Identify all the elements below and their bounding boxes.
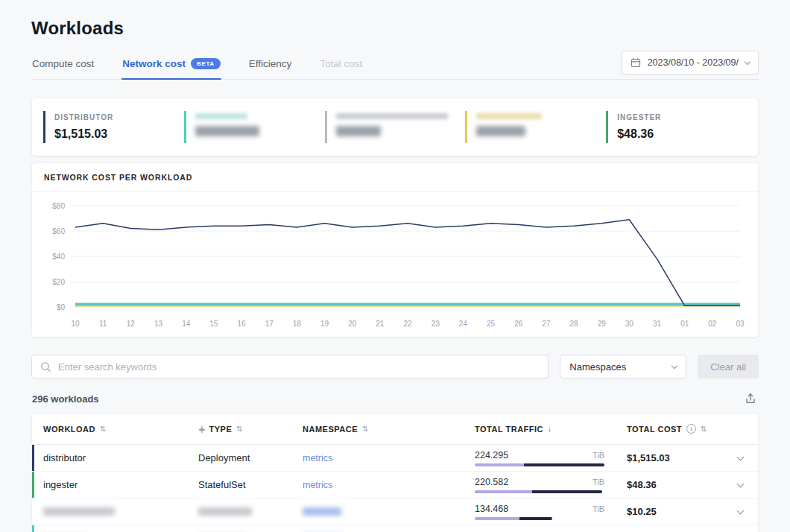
traffic-bar — [475, 517, 552, 520]
traffic-bar — [475, 490, 602, 493]
namespaces-select[interactable]: Namespaces — [560, 355, 686, 379]
namespaces-select-label: Namespaces — [569, 361, 626, 373]
row-expand-cell — [736, 457, 758, 460]
svg-text:28: 28 — [569, 320, 578, 328]
namespace-link[interactable]: metrics — [303, 453, 332, 463]
date-range-picker[interactable]: 2023/08/10 - 2023/09/ — [622, 51, 759, 75]
clear-all-button[interactable]: Clear all — [698, 355, 759, 379]
table-body: distributorDeploymentmetrics224.295TiB$1… — [32, 445, 758, 532]
column-header-workload[interactable]: WORKLOAD⇅ — [32, 425, 198, 434]
chevron-down-icon[interactable] — [737, 453, 745, 460]
svg-text:25: 25 — [487, 320, 496, 328]
redacted-stat-value — [336, 126, 381, 136]
svg-text:$20: $20 — [52, 278, 65, 286]
column-label: TOTAL TRAFFIC — [475, 425, 543, 434]
redacted-type — [198, 507, 252, 516]
svg-text:22: 22 — [403, 320, 412, 328]
redacted-stat-label — [336, 113, 448, 119]
workloads-table: WORKLOAD⇅◂|▸TYPE⇅NAMESPACE⇅TOTAL TRAFFIC… — [31, 413, 759, 532]
tab-bar: Compute costNetwork costBETAEfficiencyTo… — [31, 51, 363, 79]
cost-cell: $48.36 — [627, 479, 736, 490]
export-button[interactable] — [743, 391, 758, 406]
svg-text:18: 18 — [293, 320, 302, 328]
sort-icon[interactable]: ⇅ — [362, 425, 369, 433]
workload-name: ingester — [43, 479, 78, 490]
column-header-total-cost[interactable]: TOTAL COSTi⇅ — [627, 424, 736, 434]
svg-text:$60: $60 — [52, 227, 65, 235]
traffic-bar-transmitted — [532, 490, 602, 493]
column-header-namespace[interactable]: NAMESPACE⇅ — [303, 425, 475, 434]
sort-icon[interactable]: ⇅ — [701, 425, 707, 433]
column-header-total-traffic[interactable]: TOTAL TRAFFIC↓ — [475, 425, 627, 434]
traffic-unit: TiB — [592, 478, 604, 487]
tabs-row: Compute costNetwork costBETAEfficiencyTo… — [31, 51, 759, 80]
svg-text:$80: $80 — [52, 202, 65, 210]
type-cell — [198, 507, 303, 516]
chevron-down-icon[interactable] — [737, 480, 745, 487]
table-row[interactable]: ingesterStatefulSetmetrics220.582TiB$48.… — [32, 472, 758, 498]
redacted-stat-label — [476, 113, 542, 119]
workload-name: distributor — [43, 452, 86, 463]
sort-icon[interactable]: ⇅ — [236, 425, 243, 433]
tab-compute-cost[interactable]: Compute cost — [31, 51, 95, 79]
traffic-bar-received — [475, 490, 532, 493]
sort-icon[interactable]: ↓ — [548, 425, 552, 433]
redacted-stat-value — [195, 126, 259, 136]
svg-text:10: 10 — [71, 320, 80, 328]
column-header-type[interactable]: ◂|▸TYPE⇅ — [198, 425, 303, 434]
stat-label: INGESTER — [617, 113, 741, 121]
svg-text:26: 26 — [514, 320, 523, 328]
chart-title: NETWORK COST PER WORKLOAD — [44, 173, 746, 182]
traffic-value: 224.295 — [475, 450, 508, 460]
namespace-link[interactable]: metrics — [303, 480, 332, 490]
cost-cell: $10.25 — [627, 506, 736, 517]
table-row[interactable]: 80.716TiB$104.07 — [32, 525, 758, 532]
tab-network-cost[interactable]: Network costBETA — [121, 51, 221, 79]
svg-text:27: 27 — [542, 320, 551, 328]
row-expand-cell — [736, 484, 758, 487]
svg-text:21: 21 — [376, 320, 385, 328]
namespace-cell: metrics — [303, 479, 475, 490]
traffic-cell: 134.468TiB — [475, 504, 627, 520]
svg-text:29: 29 — [598, 320, 607, 328]
svg-text:$40: $40 — [52, 253, 65, 261]
type-cell: StatefulSet — [198, 479, 303, 490]
svg-text:14: 14 — [182, 320, 191, 328]
search-input[interactable] — [58, 361, 540, 373]
svg-text:03: 03 — [736, 320, 745, 328]
svg-text:01: 01 — [680, 320, 689, 328]
stat-value: $48.36 — [617, 127, 741, 141]
date-range-value: 2023/08/10 - 2023/09/ — [648, 57, 739, 68]
column-label: TOTAL COST — [627, 425, 682, 434]
chart-area: $0$20$40$60$8010111213141516171819202122… — [32, 192, 758, 337]
svg-text:$0: $0 — [57, 303, 66, 311]
type-name: StatefulSet — [198, 479, 246, 490]
workload-cell: ingester — [32, 479, 198, 490]
stat-value: $1,515.03 — [54, 127, 178, 141]
traffic-unit: TiB — [592, 451, 604, 460]
traffic-bar — [475, 463, 604, 466]
cost-cell: $1,515.03 — [627, 452, 736, 463]
table-row[interactable]: distributorDeploymentmetrics224.295TiB$1… — [32, 445, 758, 472]
network-cost-chart-card: NETWORK COST PER WORKLOAD $0$20$40$60$80… — [31, 162, 759, 338]
row-expand-cell — [736, 510, 758, 513]
tab-total-cost[interactable]: Total cost — [319, 51, 363, 79]
table-row[interactable]: 134.468TiB$10.25 — [32, 498, 758, 525]
table-header-row: WORKLOAD⇅◂|▸TYPE⇅NAMESPACE⇅TOTAL TRAFFIC… — [32, 414, 758, 445]
sort-icon[interactable]: ⇅ — [100, 425, 107, 433]
redacted-workload — [43, 507, 115, 516]
tab-efficiency[interactable]: Efficiency — [248, 51, 293, 79]
traffic-line: 134.468TiB — [475, 504, 604, 514]
column-label: TYPE — [209, 425, 233, 434]
chevron-down-icon[interactable] — [737, 507, 745, 514]
tab-label: Compute cost — [32, 58, 94, 69]
workload-cell — [32, 507, 198, 516]
beta-badge: BETA — [191, 58, 221, 69]
search-icon — [40, 361, 51, 373]
traffic-value: 134.468 — [475, 504, 508, 514]
column-resize-icon[interactable]: ◂|▸ — [198, 425, 205, 433]
stat-ingester: INGESTER$48.36 — [606, 111, 747, 143]
svg-text:16: 16 — [237, 320, 246, 328]
redacted-stat-value — [476, 126, 525, 136]
search-box — [31, 355, 549, 379]
